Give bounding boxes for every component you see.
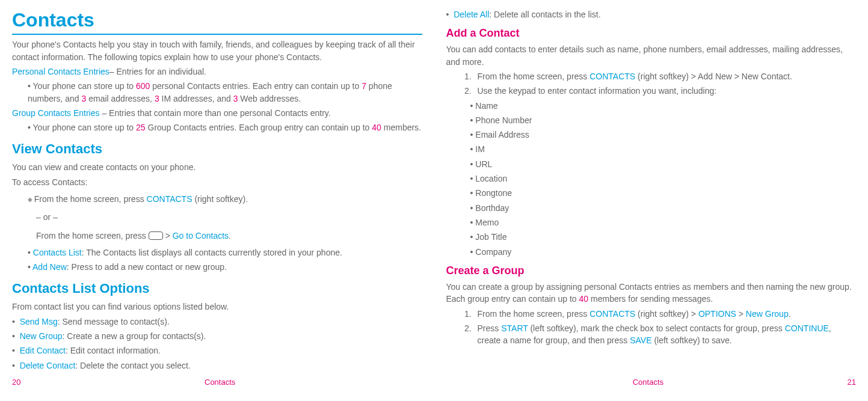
view-contacts-p1: You can view and create contacts on your…	[12, 161, 422, 173]
or-separator: – or –	[12, 211, 422, 223]
ok-key-icon	[149, 231, 163, 240]
personal-contacts-bullet: Your phone can store up to 600 personal …	[12, 80, 422, 105]
heading-contacts-list-options: Contacts List Options	[12, 279, 422, 298]
group-step-2: Press START (left softkey), mark the che…	[474, 322, 857, 347]
page-left: Contacts Your phone's Contacts help you …	[12, 6, 422, 374]
contacts-list-item: Contacts List: The Contacts list display…	[12, 246, 422, 259]
create-group-steps: From the home screen, press CONTACTS (ri…	[446, 308, 857, 347]
field-ringtone: Rongtone	[470, 187, 857, 199]
opt-edit-contact: Edit Contact: Edit contact information.	[12, 344, 422, 357]
create-group-intro: You can create a group by assigning pers…	[446, 281, 857, 305]
field-job-title: Job Title	[470, 231, 857, 243]
field-email: Email Address	[470, 129, 857, 141]
page-number-left: 20	[12, 377, 20, 388]
field-name: Name	[470, 100, 857, 112]
clo-intro: From contact list you can find various o…	[12, 301, 422, 313]
intro-text: Your phone's Contacts help you stay in t…	[12, 38, 422, 63]
field-location: Location	[470, 173, 857, 185]
field-birthday: Borthday	[470, 202, 857, 214]
page-right: Delete All: Delete all contacts in the l…	[446, 6, 857, 374]
heading-create-group: Create a Group	[446, 263, 857, 278]
opt-delete-contact: Delete Contact: Delete the contact you s…	[12, 360, 422, 372]
view-step: From the home screen, press CONTACTS (ri…	[12, 193, 422, 205]
add-step-1: From the home screen, press CONTACTS (ri…	[474, 70, 857, 82]
footer-label-right: Contacts	[633, 377, 663, 388]
heading-add-contact: Add a Contact	[446, 25, 857, 41]
personal-contacts-def: Personal Contacts Entries– Entries for a…	[12, 66, 422, 78]
field-company: Company	[470, 246, 857, 258]
footer-label-left: Contacts	[205, 377, 235, 388]
contact-fields-list: Name Phone Number Email Address IM URL L…	[446, 100, 857, 258]
personal-contacts-link: Personal Contacts Entries	[12, 67, 109, 76]
add-contact-intro: You can add contacts to enter details su…	[446, 43, 857, 68]
add-new-item: Add New: Press to add a new contact or n…	[12, 261, 422, 273]
field-im: IM	[470, 143, 857, 155]
add-contact-steps: From the home screen, press CONTACTS (ri…	[446, 70, 857, 97]
group-step-1: From the home screen, press CONTACTS (ri…	[474, 308, 857, 320]
view-alt-step: From the home screen, press > Go to Cont…	[12, 230, 422, 242]
page-title: Contacts	[12, 6, 422, 35]
field-url: URL	[470, 158, 857, 170]
field-phone: Phone Number	[470, 114, 857, 126]
page-number-right: 21	[848, 377, 856, 388]
field-memo: Memo	[470, 216, 857, 228]
add-step-2: Use the keypad to enter contact informat…	[474, 85, 857, 97]
opt-new-group: New Group: Create a new a group for cont…	[12, 330, 422, 342]
view-contacts-p2: To access Contacts:	[12, 176, 422, 188]
opt-send-msg: Send Msg: Send message to contact(s).	[12, 316, 422, 328]
heading-view-contacts: View Contacts	[12, 139, 422, 159]
opt-delete-all: Delete All: Delete all contacts in the l…	[446, 8, 857, 20]
group-contacts-bullet: Your phone can store up to 25 Group Cont…	[12, 121, 422, 133]
group-contacts-link: Group Contacts Entries	[12, 108, 100, 118]
group-contacts-def: Group Contacts Entries – Entries that co…	[12, 107, 422, 119]
